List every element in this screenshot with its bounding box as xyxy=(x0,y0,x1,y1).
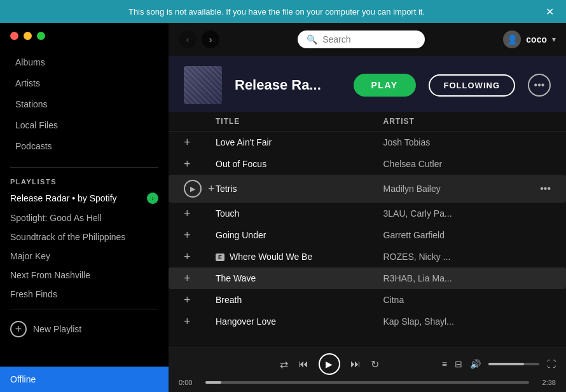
add-to-playlist-icon[interactable]: + xyxy=(184,251,191,262)
sidebar-item-soundtrack[interactable]: Soundtrack of the Philippines xyxy=(0,227,169,247)
track-artist: ROZES, Nicky ... xyxy=(383,252,551,262)
current-time: 0:00 xyxy=(179,379,199,386)
volume-icon[interactable]: 🔊 xyxy=(470,359,481,369)
add-to-playlist-icon[interactable]: + xyxy=(184,294,191,306)
minimize-window-button[interactable] xyxy=(24,32,32,40)
maximize-window-button[interactable] xyxy=(37,32,45,40)
player-controls: ⇄ ⏮ ▶ ⏭ ↻ ≡ ⊟ 🔊 ⛶ xyxy=(179,353,556,375)
sidebar-item-artists[interactable]: Artists xyxy=(5,73,163,93)
avatar: 👤 xyxy=(503,30,521,48)
sidebar-item-release-radar[interactable]: Release Radar • by Spotify ↓ xyxy=(0,188,169,208)
next-button[interactable]: ⏭ xyxy=(350,358,361,370)
track-row[interactable]: + Out of Focus Chelsea Cutler xyxy=(169,153,566,175)
track-title: EWhere Would We Be xyxy=(216,252,383,262)
sidebar-item-stations[interactable]: Stations xyxy=(5,94,163,114)
progress-bar[interactable] xyxy=(205,381,529,384)
download-icon: ↓ xyxy=(147,193,158,204)
track-row[interactable]: + Hangover Love Kap Slap, Shayl... xyxy=(169,311,566,332)
more-options-button[interactable]: ••• xyxy=(528,74,551,97)
track-artist: R3HAB, Lia Ma... xyxy=(383,273,551,283)
previous-button[interactable]: ⏮ xyxy=(298,358,308,370)
track-title: The Wave xyxy=(216,273,383,283)
total-time: 2:38 xyxy=(535,379,556,386)
explicit-badge: E xyxy=(216,253,224,261)
track-artist: Madilyn Bailey xyxy=(383,184,441,194)
track-row[interactable]: + The Wave R3HAB, Lia Ma... xyxy=(169,267,566,289)
sidebar-item-next-from-nashville[interactable]: Next From Nashville xyxy=(0,266,169,285)
queue-icon[interactable]: ≡ xyxy=(442,359,447,369)
add-to-playlist-icon[interactable]: + xyxy=(184,273,191,284)
track-title: Touch xyxy=(216,208,383,219)
sidebar: Albums Artists Stations Local Files Podc… xyxy=(0,23,169,392)
sidebar-item-local-files[interactable]: Local Files xyxy=(5,115,163,135)
track-artist: 3LAU, Carly Pa... xyxy=(383,208,551,219)
window-controls xyxy=(0,23,169,46)
sidebar-item-spotlight[interactable]: Spotlight: Good As Hell xyxy=(0,208,169,227)
add-to-playlist-icon[interactable]: + xyxy=(208,183,215,194)
add-to-playlist-icon[interactable]: + xyxy=(184,316,191,327)
track-artist: Kap Slap, Shayl... xyxy=(383,316,551,327)
user-name: coco xyxy=(526,34,547,44)
track-artist: Garrett Garfield xyxy=(383,230,551,240)
sidebar-item-fresh-finds[interactable]: Fresh Finds xyxy=(0,285,169,304)
track-artist: Josh Tobias xyxy=(383,137,551,147)
chevron-down-icon[interactable]: ▾ xyxy=(552,35,556,44)
track-more-options-icon[interactable]: ••• xyxy=(540,183,551,194)
track-row[interactable]: + Love Ain't Fair Josh Tobias xyxy=(169,132,566,153)
sidebar-divider-2 xyxy=(10,309,158,309)
back-button[interactable]: ‹ xyxy=(179,30,197,48)
track-list-container: TITLE ARTIST + Love Ain't Fair Josh Tobi… xyxy=(169,112,566,348)
track-title: Going Under xyxy=(216,230,383,240)
devices-icon[interactable]: ⊟ xyxy=(455,359,462,369)
track-row[interactable]: ▶ + Tetris Madilyn Bailey ••• xyxy=(169,175,566,203)
new-playlist-button[interactable]: + New Playlist xyxy=(0,314,169,344)
sidebar-item-podcasts[interactable]: Podcasts xyxy=(5,136,163,156)
add-to-playlist-icon[interactable]: + xyxy=(184,229,191,241)
fullscreen-button[interactable]: ⛶ xyxy=(547,359,556,369)
track-list-header: TITLE ARTIST xyxy=(169,112,566,132)
add-to-playlist-icon[interactable]: + xyxy=(184,208,191,219)
search-input[interactable] xyxy=(322,34,416,44)
notification-message: This song is not available. If you have … xyxy=(10,7,543,17)
shuffle-button[interactable]: ⇄ xyxy=(280,358,288,370)
top-nav: ‹ › 🔍 👤 coco ▾ xyxy=(169,23,566,56)
add-to-playlist-icon[interactable]: + xyxy=(184,137,191,148)
artist-column-header: ARTIST xyxy=(383,117,551,126)
new-playlist-icon: + xyxy=(10,321,27,337)
playlist-cover-art xyxy=(184,66,222,104)
volume-slider[interactable] xyxy=(488,363,539,365)
sidebar-item-albums[interactable]: Albums xyxy=(5,52,163,72)
sidebar-nav: Albums Artists Stations Local Files Podc… xyxy=(0,46,169,162)
playlist-header: Release Ra... PLAY FOLLOWING ••• xyxy=(169,56,566,112)
title-column-header: TITLE xyxy=(216,117,383,126)
play-row-button[interactable]: ▶ xyxy=(184,180,202,198)
progress-fill xyxy=(205,381,221,384)
track-row[interactable]: + Going Under Garrett Garfield xyxy=(169,224,566,246)
track-row[interactable]: + Breath Citna xyxy=(169,289,566,311)
repeat-button[interactable]: ↻ xyxy=(371,358,379,370)
play-pause-button[interactable]: ▶ xyxy=(319,353,340,375)
playlist-title: Release Ra... xyxy=(235,77,341,93)
sidebar-item-major-key[interactable]: Major Key xyxy=(0,247,169,266)
nav-arrows: ‹ › xyxy=(179,30,219,48)
track-title: Love Ain't Fair xyxy=(216,137,383,147)
track-row[interactable]: + Touch 3LAU, Carly Pa... xyxy=(169,203,566,224)
offline-button[interactable]: Offline xyxy=(0,367,169,392)
close-window-button[interactable] xyxy=(10,32,18,40)
track-artist: Citna xyxy=(383,295,551,305)
content-area: ‹ › 🔍 👤 coco ▾ Release Ra... PLAY FOLLOW… xyxy=(169,23,566,392)
add-to-playlist-icon[interactable]: + xyxy=(184,158,191,170)
track-row[interactable]: + EWhere Would We Be ROZES, Nicky ... xyxy=(169,246,566,267)
main-layout: Albums Artists Stations Local Files Podc… xyxy=(0,23,566,392)
notification-bar: This song is not available. If you have … xyxy=(0,0,566,23)
track-title: Hangover Love xyxy=(216,316,383,327)
track-title: Tetris xyxy=(216,184,383,194)
notification-close-button[interactable]: ✕ xyxy=(543,5,556,18)
player-center-controls: ⇄ ⏮ ▶ ⏭ ↻ xyxy=(280,353,379,375)
forward-button[interactable]: › xyxy=(202,30,219,48)
play-button[interactable]: PLAY xyxy=(354,74,416,97)
search-bar[interactable]: 🔍 xyxy=(298,30,425,48)
following-button[interactable]: FOLLOWING xyxy=(429,74,515,97)
player-right-controls: ≡ ⊟ 🔊 ⛶ xyxy=(442,359,556,369)
playlists-section-label: PLAYLISTS xyxy=(0,173,169,188)
